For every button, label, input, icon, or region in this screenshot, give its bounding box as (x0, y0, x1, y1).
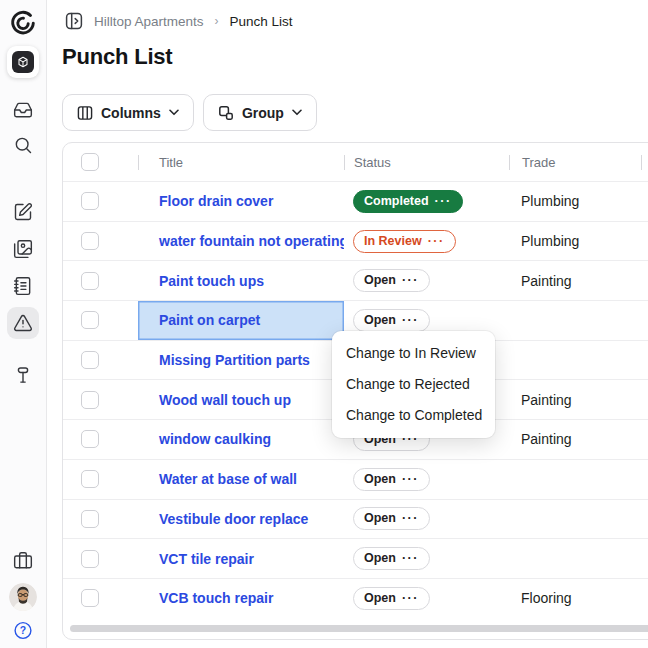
checkbox-cell (63, 579, 138, 618)
title-cell[interactable]: VCT tile repair (138, 539, 344, 578)
table-row[interactable]: Water at base of wallOpen··· (63, 459, 648, 499)
task-title-link[interactable]: VCB touch repair (159, 590, 273, 606)
help-icon[interactable]: ? (14, 621, 33, 640)
title-cell[interactable]: water fountain not operating (138, 222, 344, 261)
more-options-icon[interactable]: ··· (402, 313, 419, 327)
status-badge[interactable]: Open··· (353, 547, 430, 570)
table-row[interactable]: water fountain not operatingIn Review···… (63, 221, 648, 261)
chevron-down-icon (292, 109, 302, 116)
checkbox-cell (63, 539, 138, 578)
title-cell[interactable]: Floor drain cover (138, 182, 344, 221)
task-title-link[interactable]: Floor drain cover (159, 193, 273, 209)
checkbox-cell (63, 420, 138, 459)
menu-item[interactable]: Change to Rejected (332, 369, 495, 400)
group-button[interactable]: Group (203, 94, 317, 131)
task-title-link[interactable]: Water at base of wall (159, 471, 297, 487)
column-header-status[interactable]: Status (344, 143, 509, 181)
menu-item[interactable]: Change to Completed (332, 400, 495, 431)
task-title-link[interactable]: Wood wall touch up (159, 392, 291, 408)
trade-cell: Painting (509, 420, 648, 459)
task-title-link[interactable]: window caulking (159, 431, 271, 447)
task-title-link[interactable]: Paint touch ups (159, 273, 264, 289)
row-checkbox[interactable] (81, 550, 99, 568)
search-icon[interactable] (13, 135, 33, 155)
row-checkbox[interactable] (81, 510, 99, 528)
more-options-icon[interactable]: ··· (402, 273, 419, 287)
checkbox-cell (63, 380, 138, 419)
briefcase-icon[interactable] (13, 551, 33, 571)
table-row[interactable]: Paint touch upsOpen···Painting (63, 260, 648, 300)
inbox-icon[interactable] (13, 100, 33, 120)
column-header-title[interactable]: Title (138, 143, 344, 181)
columns-button[interactable]: Columns (62, 94, 194, 131)
status-badge[interactable]: Open··· (353, 309, 430, 332)
more-options-icon[interactable]: ··· (402, 472, 419, 486)
column-header-trade[interactable]: Trade (509, 143, 648, 181)
signpost-icon[interactable] (13, 365, 33, 385)
title-cell[interactable]: Paint on carpet (138, 301, 344, 340)
photos-icon[interactable] (13, 239, 33, 259)
task-title-link[interactable]: VCT tile repair (159, 551, 254, 567)
row-checkbox[interactable] (81, 351, 99, 369)
horizontal-scrollbar[interactable] (70, 625, 648, 632)
select-all-checkbox[interactable] (81, 153, 99, 171)
task-title-link[interactable]: Missing Partition parts (159, 352, 310, 368)
table-row[interactable]: VCT tile repairOpen··· (63, 538, 648, 578)
row-checkbox[interactable] (81, 311, 99, 329)
svg-text:?: ? (20, 625, 26, 636)
row-checkbox[interactable] (81, 391, 99, 409)
app-logo-icon[interactable] (9, 9, 37, 37)
status-badge[interactable]: In Review··· (353, 230, 456, 253)
title-cell[interactable]: window caulking (138, 420, 344, 459)
breadcrumb-project[interactable]: Hilltop Apartments (94, 14, 204, 29)
title-cell[interactable]: VCB touch repair (138, 579, 344, 618)
main-content: Hilltop Apartments › Punch List Punch Li… (47, 0, 648, 648)
row-checkbox[interactable] (81, 192, 99, 210)
row-checkbox[interactable] (81, 430, 99, 448)
row-checkbox[interactable] (81, 589, 99, 607)
task-title-link[interactable]: Vestibule door replace (159, 511, 308, 527)
column-divider (344, 155, 345, 170)
status-badge[interactable]: Completed··· (353, 190, 463, 213)
title-cell[interactable]: Missing Partition parts (138, 341, 344, 380)
title-cell[interactable]: Paint touch ups (138, 261, 344, 300)
title-cell[interactable]: Water at base of wall (138, 460, 344, 499)
sidebar-item-punch-list[interactable] (7, 307, 39, 339)
status-badge[interactable]: Open··· (353, 507, 430, 530)
table-row[interactable]: Floor drain coverCompleted···Plumbing (63, 181, 648, 221)
table-row[interactable]: Vestibule door replaceOpen··· (63, 499, 648, 539)
menu-item[interactable]: Change to In Review (332, 338, 495, 369)
trade-cell (509, 500, 648, 539)
status-badge[interactable]: Open··· (353, 468, 430, 491)
trade-cell (509, 460, 648, 499)
panel-toggle-icon[interactable] (65, 12, 83, 30)
title-cell[interactable]: Vestibule door replace (138, 500, 344, 539)
more-options-icon[interactable]: ··· (435, 194, 452, 208)
user-avatar[interactable] (9, 583, 37, 611)
more-options-icon[interactable]: ··· (402, 591, 419, 605)
checkbox-cell (63, 261, 138, 300)
page-title: Punch List (62, 44, 172, 70)
status-badge[interactable]: Open··· (353, 587, 430, 610)
chevron-down-icon (169, 109, 179, 116)
sidebar-item-project[interactable] (7, 46, 39, 78)
status-badge-label: Open (364, 273, 396, 287)
more-options-icon[interactable]: ··· (402, 511, 419, 525)
title-cell[interactable]: Wood wall touch up (138, 380, 344, 419)
notebook-icon[interactable] (13, 276, 33, 296)
row-checkbox[interactable] (81, 272, 99, 290)
status-badge[interactable]: Open··· (353, 269, 430, 292)
sidebar: ? (0, 0, 47, 648)
row-checkbox[interactable] (81, 470, 99, 488)
more-options-icon[interactable]: ··· (402, 551, 419, 565)
more-options-icon[interactable]: ··· (428, 234, 445, 248)
task-title-link[interactable]: water fountain not operating (159, 233, 344, 249)
row-checkbox[interactable] (81, 232, 99, 250)
trade-cell: Painting (509, 261, 648, 300)
task-title-link[interactable]: Paint on carpet (159, 312, 260, 328)
status-cell: Open··· (344, 460, 509, 499)
group-button-label: Group (242, 105, 284, 121)
file-edit-icon[interactable] (13, 202, 33, 222)
status-badge-label: Open (364, 313, 396, 327)
table-row[interactable]: VCB touch repairOpen···Flooring (63, 578, 648, 618)
